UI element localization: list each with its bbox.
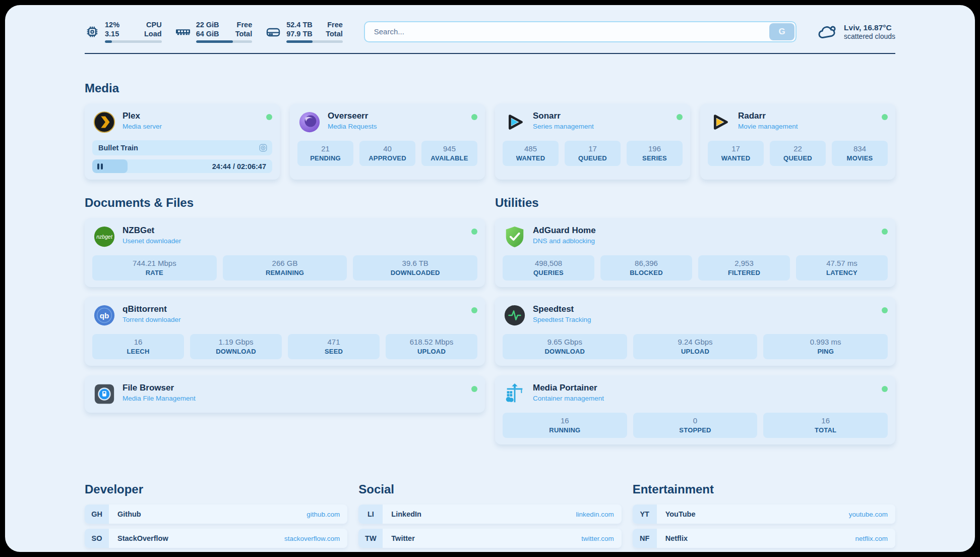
service-card-qbittorrent[interactable]: qb qBittorrent Torrent downloader 16LEEC… [85,297,485,366]
status-dot [471,386,477,392]
overseerr-icon [297,110,322,134]
link-linkedin[interactable]: LI LinkedIn linkedin.com [358,505,621,524]
service-name: Media Portainer [533,383,604,393]
service-description: Media Requests [328,123,377,130]
weather-condition: scattered clouds [844,32,895,40]
link-abbr: TW [358,529,383,548]
link-url: youtube.com [849,511,888,518]
link-abbr: LI [358,505,383,524]
status-dot [882,229,888,235]
service-description: Media File Management [122,395,196,402]
service-name: qBittorrent [122,304,181,314]
stat-tile: 945AVAILABLE [421,141,477,166]
link-url: linkedin.com [576,511,614,518]
search-input[interactable] [365,22,768,41]
weather-location: Lviv, 16.87°C [844,23,895,32]
stat-tile: 744.21 MbpsRATE [92,255,217,281]
link-name: StackOverflow [117,534,168,542]
service-description: Movie management [738,123,798,130]
ram-icon [175,24,191,40]
service-card-adguard[interactable]: AdGuard Home DNS and adblocking 498,508Q… [495,218,895,287]
service-card-filebrowser[interactable]: File Browser Media File Management [85,375,485,413]
service-name: NZBGet [122,226,181,236]
service-card-speedtest[interactable]: Speedtest Speedtest Tracking 9.65 GbpsDO… [495,297,895,366]
status-dot [882,307,888,313]
service-card-plex[interactable]: Plex Media server Bullet Train 24:44 / 0… [85,103,280,180]
plex-icon [92,110,116,134]
system-stats: 12% 3.15 CPU Load [85,20,343,43]
service-name: Overseerr [328,111,377,121]
section-title-entertainment: Entertainment [633,482,895,496]
svg-text:qb: qb [100,311,109,320]
cpu-load-value: 3.15 [105,29,131,38]
stat-tile: 9.24 GbpsUPLOAD [633,334,758,359]
memory-stat: 22 GiB 64 GiB Free Total [175,20,253,43]
section-title-media: Media [85,81,895,95]
stat-tile: 47.57 msLATENCY [796,255,888,281]
link-url: twitter.com [581,535,614,542]
service-card-portainer[interactable]: Media Portainer Container management 16R… [495,375,895,444]
ram-total-value: 64 GiB [196,29,222,38]
link-youtube[interactable]: YT YouTube youtube.com [633,505,895,524]
service-description: Usenet downloader [122,237,181,245]
stat-tile: 471SEED [288,334,380,359]
status-dot [677,114,683,120]
service-name: File Browser [122,383,196,393]
stat-tile: 618.52 MbpsUPLOAD [386,334,477,359]
stat-tile: 485WANTED [503,141,559,166]
disk-free-value: 52.4 TB [286,20,313,29]
stat-tile: 40APPROVED [359,141,415,166]
nzbget-icon: nzbget [92,225,116,249]
search-engine-button[interactable]: G [769,23,794,40]
cloud-icon [818,23,838,40]
service-card-overseerr[interactable]: Overseerr Media Requests 21PENDING 40APP… [290,103,485,180]
link-abbr: NF [633,529,657,548]
media-grid: Plex Media server Bullet Train 24:44 / 0… [85,103,895,180]
link-stackoverflow[interactable]: SO StackOverflow stackoverflow.com [85,529,347,548]
weather-widget[interactable]: Lviv, 16.87°C scattered clouds [818,23,895,40]
cpu-progress-bar [105,40,162,43]
disk-progress-bar [286,40,343,43]
service-name: Speedtest [533,304,591,314]
service-description: Container management [533,395,604,402]
sonarr-icon [503,110,527,134]
ram-label-bottom: Total [235,29,253,38]
link-netflix[interactable]: NF Netflix netflix.com [633,529,895,548]
stat-tile: 39.6 TBDOWNLOADED [353,255,477,281]
stat-tile: 16RUNNING [503,413,627,438]
section-title-social: Social [358,482,621,496]
link-url: github.com [307,511,340,518]
stat-tile: 16LEECH [92,334,184,359]
service-card-sonarr[interactable]: Sonarr Series management 485WANTED 17QUE… [495,103,690,180]
ram-label-top: Free [235,20,253,29]
service-name: Plex [122,111,162,121]
ram-progress-bar [196,40,253,43]
service-name: Sonarr [533,111,594,121]
ram-free-value: 22 GiB [196,20,222,29]
cpu-label-top: CPU [144,20,162,29]
qbittorrent-icon: qb [92,303,116,327]
stat-tile: 1.19 GbpsDOWNLOAD [190,334,282,359]
search-bar: G [364,21,797,42]
playback-progress-bar[interactable]: 24:44 / 02:06:47 [92,159,272,173]
disk-label-top: Free [326,20,343,29]
cpu-icon [85,24,100,39]
stat-tile: 86,396BLOCKED [600,255,692,281]
playback-time: 24:44 / 02:06:47 [212,159,266,173]
link-abbr: GH [85,505,109,524]
cpu-label-bottom: Load [144,29,162,38]
service-card-nzbget[interactable]: nzbget NZBGet Usenet downloader 744.21 M… [85,218,485,287]
disk-label-bottom: Total [326,29,343,38]
link-twitter[interactable]: TW Twitter twitter.com [358,529,621,548]
link-name: Twitter [391,534,414,542]
service-description: Speedtest Tracking [533,316,591,323]
link-github[interactable]: GH Github github.com [85,505,347,524]
section-title-utilities: Utilities [495,196,895,210]
stat-tile: 0STOPPED [633,413,758,438]
utilities-column: Utilities AdGuard Home DNS and adblockin… [495,196,895,454]
disk-stat: 52.4 TB 97.9 TB Free Total [265,20,343,43]
service-card-radarr[interactable]: Radarr Movie management 17WANTED 22QUEUE… [700,103,895,180]
service-description: Series management [533,123,594,130]
now-playing-title: Bullet Train [98,144,138,152]
disk-icon [265,24,281,40]
